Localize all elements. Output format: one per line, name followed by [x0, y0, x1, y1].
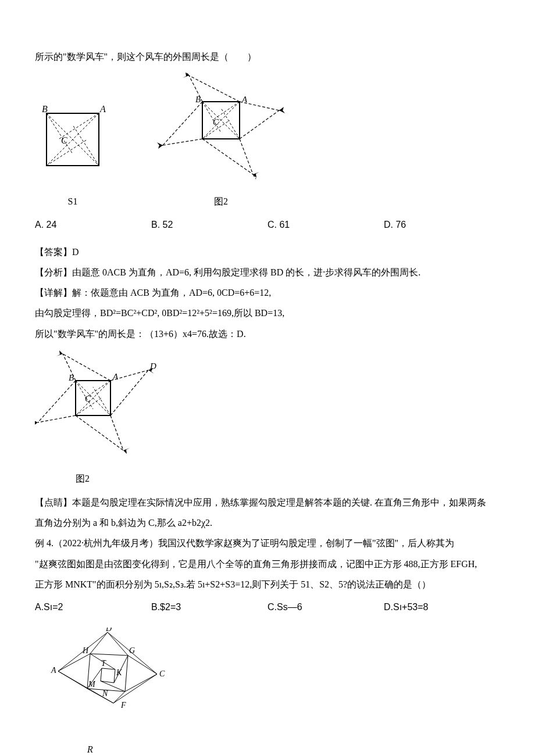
svg-line-3: [47, 113, 73, 154]
intro-line: 所示的"数学风车"，则这个风车的外围周长是（ ）: [35, 46, 500, 67]
label-B: B: [42, 104, 48, 114]
svg-line-19: [163, 102, 202, 145]
svg-text:C: C: [85, 394, 91, 403]
figure-2-svg: B A C: [157, 73, 285, 183]
svg-line-38: [110, 415, 123, 450]
figure-1-block: B A C S1: [35, 102, 110, 212]
detail-line-1: 【详解】解：依题意由 ACB 为直角，AD=6, 0CD=6+6=12,: [35, 282, 500, 303]
detail-line-2: 由勾股定理得，BD²=BC²+CD², 0BD²=12²+5²=169,所以 B…: [35, 303, 500, 323]
zhao-label-K: K: [116, 668, 122, 677]
svg-text:B: B: [69, 373, 74, 382]
zhao-label-D: D: [105, 628, 112, 633]
svg-marker-50: [101, 668, 115, 683]
option2-A: A.Sı=2: [35, 597, 151, 617]
option-D: D. 76: [384, 214, 500, 235]
svg-text:B: B: [195, 95, 201, 104]
svg-line-56: [87, 689, 113, 703]
zhao-label-N: N: [102, 689, 108, 698]
svg-line-51: [90, 632, 108, 654]
solution-figure-svg: B A C D: [35, 350, 157, 460]
svg-line-35: [93, 387, 110, 415]
label-A: A: [99, 104, 106, 114]
example4-line-1: 例 4.（2022·杭州九年级月考）我国汉代数学家赵爽为了证明勾股定理，创制了一…: [35, 533, 500, 553]
option-A: A. 24: [35, 214, 151, 235]
svg-line-15: [240, 110, 279, 139]
fig2-caption: 图2: [157, 191, 285, 212]
zhao-figure-block: D C A H G F M N K T R: [47, 628, 500, 756]
detail-line-3: 所以"数学风车"的周长是：（13+6）x4=76.故选：D.: [35, 324, 500, 344]
zhao-label-R: R: [87, 739, 500, 756]
svg-line-57: [58, 671, 87, 689]
zhao-label-F: F: [120, 701, 126, 710]
svg-line-53: [128, 655, 157, 674]
zhao-label-C: C: [159, 669, 165, 678]
zhao-label-M: M: [88, 680, 96, 689]
option2-B: B.$2=3: [151, 597, 268, 617]
example4-line-2: "赵爽弦图如图是由弦图变化得到，它是用八个全等的直角三角形拼接而成，记图中正方形…: [35, 554, 500, 574]
figure-1-svg: B A C: [35, 102, 110, 183]
zhao-label-H: H: [82, 646, 89, 655]
svg-text:D: D: [149, 361, 156, 371]
answer-label: 【答案】D: [35, 242, 500, 262]
analysis-label: 【分析】由题意 0ACB 为直角，AD=6, 利用勾股定理求得 BD 的长，进·…: [35, 262, 500, 282]
svg-line-16: [240, 139, 253, 174]
svg-line-58: [58, 654, 90, 671]
option2-D: D.Sı+53=8: [384, 597, 500, 617]
dianjing-line-1: 【点睛】本题是勾股定理在实际情况中应用，熟练掌握勾股定理是解答本题的关键. 在直…: [35, 492, 500, 513]
label-C: C: [61, 135, 67, 145]
option-C: C. 61: [268, 214, 384, 235]
options-row-1: A. 24 B. 52 C. 61 D. 76: [35, 214, 500, 235]
fig1-caption: S1: [35, 191, 110, 212]
option2-C: C.Ss—6: [268, 597, 384, 617]
svg-text:A: A: [241, 95, 248, 104]
zhao-label-T: T: [101, 659, 106, 668]
svg-line-54: [125, 674, 157, 691]
figure-2-block: B A C 图2: [157, 73, 285, 212]
figure-row: B A C S1: [35, 73, 500, 212]
solution-fig-caption: 图2: [76, 468, 500, 489]
example4-line-3: 正方形 MNKT"的面积分别为 5ı,S₂,S₃.若 5ı+S2+S3=12,则…: [35, 574, 500, 594]
svg-line-6: [73, 125, 99, 166]
zhao-label-G: G: [129, 646, 135, 655]
option-B: B. 52: [151, 214, 268, 235]
svg-line-17: [202, 139, 253, 174]
solution-figure-block: B A C D 图2: [35, 350, 500, 489]
zhao-figure-svg: D C A H G F M N K T: [47, 628, 169, 721]
svg-line-39: [76, 415, 123, 450]
dianjing-line-2: 直角边分别为 a 和 b,斜边为 C,那么 a2+b2χ2.: [35, 513, 500, 533]
svg-line-18: [163, 139, 202, 145]
svg-line-52: [108, 632, 128, 655]
zhao-label-A: A: [51, 666, 56, 675]
svg-text:A: A: [112, 372, 119, 381]
options-row-2: A.Sı=2 B.$2=3 C.Ss—6 D.Sı+53=8: [35, 597, 500, 617]
svg-line-9: [202, 102, 240, 139]
svg-text:C: C: [213, 117, 219, 127]
